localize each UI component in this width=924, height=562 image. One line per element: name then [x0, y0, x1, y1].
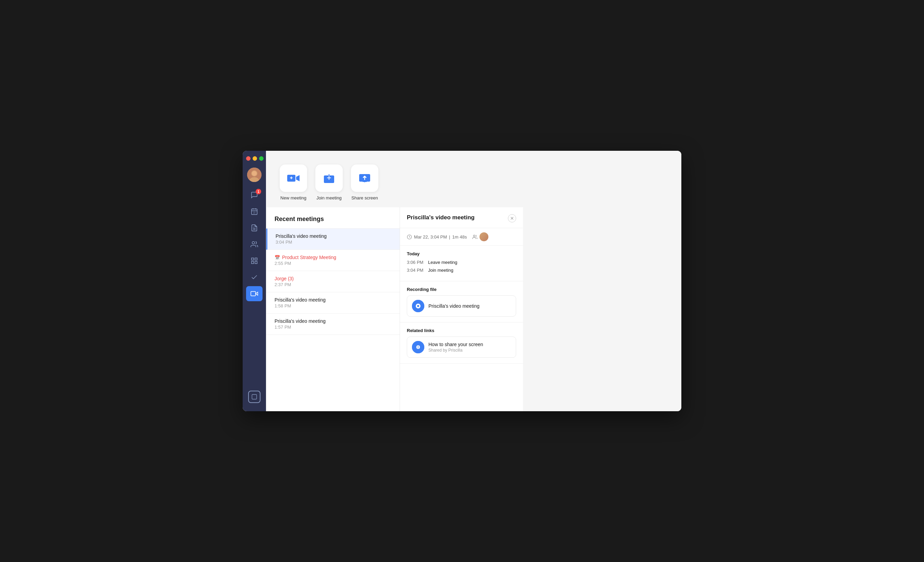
related-links-title: Related links	[407, 328, 516, 333]
svg-rect-17	[251, 292, 256, 296]
meeting-item-3-content: Jorge (3) 2:37 PM	[274, 276, 392, 287]
svg-rect-14	[252, 261, 254, 264]
meeting-item-3[interactable]: Jorge (3) 2:37 PM	[266, 271, 400, 292]
timeline-time-1: 3:06 PM	[407, 260, 424, 265]
meeting-item-5-content: Priscilla's video meeting 1:57 PM	[274, 318, 392, 330]
svg-marker-16	[256, 292, 258, 295]
detail-meta: Mar 22, 3:04 PM | 1m 48s	[400, 228, 523, 246]
link-sub: Shared by Priscilla	[428, 348, 483, 353]
svg-point-33	[473, 235, 475, 237]
recording-name: Priscilla's video meeting	[428, 303, 480, 309]
detail-participant-avatar	[480, 232, 488, 241]
link-title: How to share your screen	[428, 342, 483, 347]
sidebar-item-meetings[interactable]	[246, 286, 262, 301]
new-meeting-button[interactable]: New meeting	[280, 165, 307, 201]
meeting-item-2-title: 📅Product Strategy Meeting	[274, 255, 392, 260]
panels-row: Recent meetings Priscilla's video meetin…	[266, 207, 681, 411]
detail-header: Priscilla's video meeting	[400, 207, 523, 228]
traffic-light-close[interactable]	[246, 156, 250, 161]
meeting-item-4-title: Priscilla's video meeting	[274, 297, 392, 303]
svg-text:22: 22	[253, 211, 256, 214]
calendar-icon-inline: 📅	[274, 255, 280, 260]
timeline-item-1: 3:06 PM Leave meeting	[407, 260, 516, 265]
sidebar-item-calendar[interactable]: 22	[246, 204, 262, 219]
meeting-item-2-content: 📅Product Strategy Meeting 2:55 PM	[274, 255, 392, 266]
recording-icon	[412, 300, 424, 312]
svg-point-11	[252, 241, 255, 244]
sidebar-bottom	[248, 391, 261, 406]
svg-point-36	[417, 305, 419, 307]
timeline-time-2: 3:04 PM	[407, 268, 424, 273]
svg-rect-22	[291, 177, 292, 179]
new-meeting-icon-bg	[280, 165, 307, 192]
recording-section-title: Recording file	[407, 287, 516, 292]
join-meeting-icon-bg	[315, 165, 343, 192]
avatar[interactable]	[247, 168, 261, 182]
avatar-image	[247, 168, 261, 182]
sidebar-item-tasks[interactable]	[246, 220, 262, 235]
meeting-item-4-content: Priscilla's video meeting 1:58 PM	[274, 297, 392, 309]
share-screen-icon-bg	[351, 165, 378, 192]
meeting-item-4-time: 1:58 PM	[274, 303, 392, 309]
detail-duration: 1m 48s	[452, 234, 467, 240]
related-links-section: Related links How to share your screen S…	[400, 322, 523, 364]
meeting-item-5[interactable]: Priscilla's video meeting 1:57 PM	[266, 313, 400, 335]
sidebar-item-whiteboard[interactable]	[246, 270, 262, 285]
app-window: 1 22	[243, 151, 681, 411]
svg-rect-15	[255, 261, 257, 264]
share-screen-label: Share screen	[351, 195, 378, 201]
chat-badge: 1	[256, 189, 261, 194]
settings-button[interactable]	[248, 391, 261, 403]
traffic-light-minimize[interactable]	[253, 156, 257, 161]
sidebar-item-chat[interactable]: 1	[246, 187, 262, 202]
join-meeting-label: Join meeting	[316, 195, 342, 201]
timeline-event-1: Leave meeting	[428, 260, 457, 265]
svg-rect-13	[255, 258, 257, 260]
detail-panel: Priscilla's video meeting	[400, 207, 523, 411]
link-card[interactable]: How to share your screen Shared by Prisc…	[407, 337, 516, 358]
meeting-item-2[interactable]: 📅Product Strategy Meeting 2:55 PM	[266, 250, 400, 271]
detail-title: Priscilla's video meeting	[407, 214, 475, 221]
svg-point-3	[252, 171, 257, 176]
join-meeting-button[interactable]: Join meeting	[315, 165, 343, 201]
meeting-actions: New meeting Join meeting	[266, 151, 681, 207]
share-screen-button[interactable]: Share screen	[351, 165, 378, 201]
traffic-light-fullscreen[interactable]	[259, 156, 264, 161]
meetings-header: Recent meetings	[266, 207, 400, 229]
close-button[interactable]	[508, 214, 516, 222]
meeting-item-1-time: 3:04 PM	[276, 240, 392, 245]
detail-date: Mar 22, 3:04 PM	[414, 234, 447, 240]
detail-participants-meta	[472, 232, 488, 241]
sidebar-item-contacts[interactable]	[246, 237, 262, 252]
timeline-item-2: 3:04 PM Join meeting	[407, 268, 516, 273]
svg-rect-18	[252, 394, 257, 399]
timeline-event-2: Join meeting	[428, 268, 453, 273]
link-icon	[412, 341, 424, 353]
traffic-lights	[243, 156, 264, 161]
link-card-content: How to share your screen Shared by Prisc…	[428, 342, 483, 353]
sidebar-item-apps[interactable]	[246, 253, 262, 268]
main-content: New meeting Join meeting	[266, 151, 681, 411]
sidebar-nav: 1 22	[243, 187, 266, 389]
meeting-item-1-content: Priscilla's video meeting 3:04 PM	[276, 233, 392, 245]
meeting-item-1-title: Priscilla's video meeting	[276, 233, 392, 239]
meeting-item-3-time: 2:37 PM	[274, 282, 392, 287]
meeting-item-4[interactable]: Priscilla's video meeting 1:58 PM	[266, 292, 400, 313]
today-label: Today	[407, 251, 516, 256]
recording-section: Recording file Priscilla's video meeting	[400, 281, 523, 322]
meeting-item-5-title: Priscilla's video meeting	[274, 318, 392, 324]
svg-rect-12	[252, 258, 254, 260]
recording-card[interactable]: Priscilla's video meeting	[407, 295, 516, 317]
meeting-item-5-time: 1:57 PM	[274, 325, 392, 330]
meeting-item-2-time: 2:55 PM	[274, 261, 392, 266]
sidebar: 1 22	[243, 151, 266, 411]
new-meeting-label: New meeting	[280, 195, 306, 201]
svg-rect-26	[328, 176, 329, 180]
detail-timeline-section: Today 3:06 PM Leave meeting 3:04 PM Join…	[400, 246, 523, 281]
svg-marker-20	[296, 175, 300, 181]
detail-separator: |	[449, 234, 450, 240]
meeting-item-3-title: Jorge (3)	[274, 276, 392, 281]
detail-date-meta: Mar 22, 3:04 PM | 1m 48s	[407, 234, 467, 240]
meeting-item-1[interactable]: Priscilla's video meeting 3:04 PM	[266, 229, 400, 250]
meetings-panel: Recent meetings Priscilla's video meetin…	[266, 207, 400, 411]
